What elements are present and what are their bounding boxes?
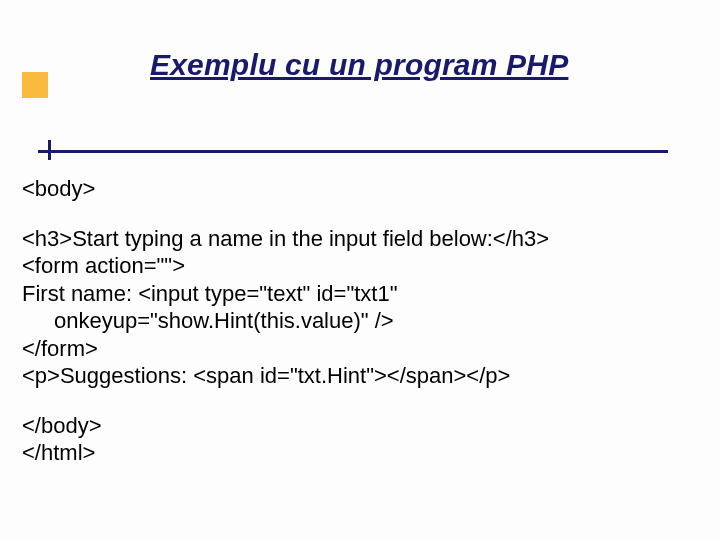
code-line: onkeyup="show.Hint(this.value)" /> [22,307,692,335]
header: Exemplu cu un program PHP [0,0,720,82]
slide: Exemplu cu un program PHP <body> <h3>Sta… [0,0,720,540]
code-line: </body> [22,412,692,440]
code-content: <body> <h3>Start typing a name in the in… [22,175,692,467]
code-line: <form action=""> [22,252,692,280]
slide-title: Exemplu cu un program PHP [150,48,720,82]
code-line: First name: <input type="text" id="txt1" [22,280,692,308]
code-line: </form> [22,335,692,363]
code-line: <p>Suggestions: <span id="txt.Hint"></sp… [22,362,692,390]
header-divider [38,150,668,153]
decorative-square [22,72,48,98]
code-line: <h3>Start typing a name in the input fie… [22,225,692,253]
code-line: <body> [22,175,692,203]
code-line: </html> [22,439,692,467]
